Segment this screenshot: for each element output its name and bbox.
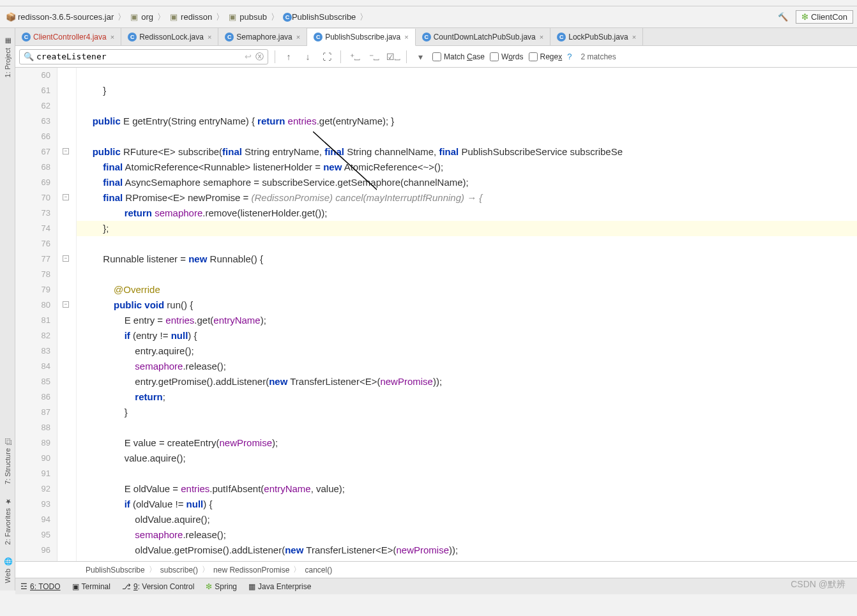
- line-number: 82: [15, 328, 50, 343]
- match-count: 2 matches: [580, 52, 616, 61]
- bc-item[interactable]: subscribe(): [160, 566, 198, 575]
- bc-item[interactable]: new RedissonPromise: [213, 566, 289, 575]
- rail-web[interactable]: Web🌐: [2, 553, 13, 588]
- chevron-right-icon: 〉: [118, 11, 126, 23]
- search-icon: 🔍: [24, 52, 34, 61]
- rail-structure[interactable]: 7: Structure⿻: [3, 433, 13, 490]
- line-number: 68: [15, 160, 50, 175]
- select-all-occurrences-icon[interactable]: ☑⎵: [386, 50, 400, 64]
- line-number: 77: [15, 252, 50, 267]
- remove-selection-icon[interactable]: ⁻⎵: [367, 50, 381, 64]
- fold-icon[interactable]: −: [63, 148, 69, 154]
- close-icon[interactable]: ×: [296, 33, 300, 41]
- version-control-button[interactable]: ⎇9: Version Control: [122, 582, 194, 591]
- rail-favorites[interactable]: 2: Favorites★: [2, 492, 13, 550]
- line-number: 83: [15, 343, 50, 359]
- menu-bar: [0, 0, 857, 6]
- line-number: 66: [15, 129, 50, 144]
- build-icon[interactable]: 🔨: [777, 11, 789, 24]
- select-all-icon[interactable]: ⛶: [320, 50, 334, 64]
- line-number: 73: [15, 206, 50, 221]
- breadcrumb-pkg3[interactable]: ▣ pubsub: [225, 11, 269, 23]
- regex-checkbox[interactable]: Regex: [529, 52, 563, 61]
- rail-project[interactable]: 1: Project▦: [2, 32, 13, 82]
- breadcrumb-file[interactable]: C PublishSubscribe: [280, 11, 358, 23]
- line-number: 63: [15, 114, 50, 129]
- tab-lockpubsub[interactable]: CLockPubSub.java×: [550, 28, 643, 45]
- line-number: 69: [15, 175, 50, 190]
- structure-icon: ⿻: [4, 439, 11, 446]
- breadcrumb-label: pubsub: [239, 12, 267, 22]
- class-icon: C: [128, 33, 137, 41]
- breadcrumb-pkg2[interactable]: ▣ redisson: [167, 11, 215, 23]
- folder-icon: ▣: [169, 13, 178, 22]
- chevron-right-icon: 〉: [271, 11, 279, 23]
- chevron-right-icon: 〉: [216, 11, 224, 23]
- jar-icon: 📦: [6, 13, 15, 22]
- bc-item[interactable]: cancel(): [305, 566, 332, 575]
- class-icon: C: [225, 33, 234, 41]
- folder-icon: ▣: [130, 13, 139, 22]
- line-number: 96: [15, 543, 50, 558]
- line-number: 90: [15, 451, 50, 466]
- breadcrumb-pkg1[interactable]: ▣ org: [127, 11, 156, 23]
- tab-semaphore[interactable]: CSemaphore.java×: [218, 28, 307, 45]
- close-icon[interactable]: ×: [110, 33, 114, 41]
- spring-button[interactable]: ❇Spring: [206, 582, 237, 591]
- list-icon: ☲: [20, 582, 27, 591]
- star-icon: ★: [3, 497, 11, 506]
- class-icon: C: [422, 33, 431, 41]
- tab-clientcontroller4[interactable]: CClientController4.java×: [15, 28, 121, 45]
- line-number: 92: [15, 481, 50, 497]
- config-label: ClientCon: [811, 12, 847, 22]
- breadcrumb-label: redisson-3.6.5-sources.jar: [18, 12, 114, 22]
- line-number: 87: [15, 405, 50, 420]
- close-icon[interactable]: ×: [632, 33, 636, 41]
- fold-icon[interactable]: −: [63, 194, 69, 200]
- history-icon[interactable]: ↩: [245, 52, 252, 61]
- line-number: 84: [15, 359, 50, 374]
- todo-button[interactable]: ☲6: TODO: [20, 582, 61, 591]
- tab-countdownlatchpubsub[interactable]: CCountDownLatchPubSub.java×: [416, 28, 551, 45]
- fold-margin: − − − −: [57, 68, 77, 561]
- watermark: CSDN @默辨: [791, 579, 846, 590]
- line-number: 76: [15, 236, 50, 252]
- terminal-icon: ▣: [72, 582, 79, 591]
- find-input[interactable]: [36, 52, 245, 61]
- code-area[interactable]: } public E getEntry(String entryName) { …: [77, 68, 857, 561]
- line-number: 93: [15, 497, 50, 512]
- help-icon[interactable]: ?: [567, 52, 572, 61]
- code-editor[interactable]: 60 61 62 63 66 67 68 69 70 73 74 76 77 7…: [15, 68, 857, 561]
- tab-redissonlock[interactable]: CRedissonLock.java×: [121, 28, 218, 45]
- line-number: 67: [15, 144, 50, 160]
- line-number: 61: [15, 83, 50, 98]
- java-ee-button[interactable]: ▦Java Enterprise: [248, 582, 311, 591]
- add-selection-icon[interactable]: ⁺⎵: [347, 50, 361, 64]
- close-icon[interactable]: ×: [208, 33, 211, 41]
- prev-match-button[interactable]: ↑: [282, 50, 296, 64]
- run-config-dropdown[interactable]: ❇ ClientCon: [796, 10, 853, 24]
- clear-icon[interactable]: ⓧ: [255, 51, 264, 63]
- bc-item[interactable]: PublishSubscribe: [86, 566, 145, 575]
- line-number: 78: [15, 267, 50, 282]
- filter-icon[interactable]: ▾: [413, 50, 427, 64]
- fold-icon[interactable]: −: [63, 301, 69, 308]
- class-icon: C: [314, 33, 322, 41]
- close-icon[interactable]: ×: [404, 33, 408, 41]
- chevron-right-icon: 〉: [157, 11, 165, 23]
- line-number: 91: [15, 466, 50, 481]
- breadcrumb-label: org: [141, 12, 153, 22]
- find-input-wrap: 🔍 ↩ ⓧ: [19, 49, 268, 64]
- words-checkbox[interactable]: Words: [490, 52, 523, 61]
- breadcrumb-jar[interactable]: 📦 redisson-3.6.5-sources.jar: [4, 11, 116, 23]
- spring-icon: ❇: [801, 12, 808, 22]
- line-number: 81: [15, 313, 50, 328]
- close-icon[interactable]: ×: [540, 33, 543, 41]
- fold-icon[interactable]: −: [63, 255, 69, 262]
- line-number: 62: [15, 98, 50, 114]
- match-case-checkbox[interactable]: Match Case: [432, 52, 485, 61]
- next-match-button[interactable]: ↓: [301, 50, 315, 64]
- spring-icon: ❇: [206, 582, 212, 591]
- tab-publishsubscribe[interactable]: CPublishSubscribe.java×: [307, 29, 416, 46]
- terminal-button[interactable]: ▣Terminal: [72, 582, 110, 591]
